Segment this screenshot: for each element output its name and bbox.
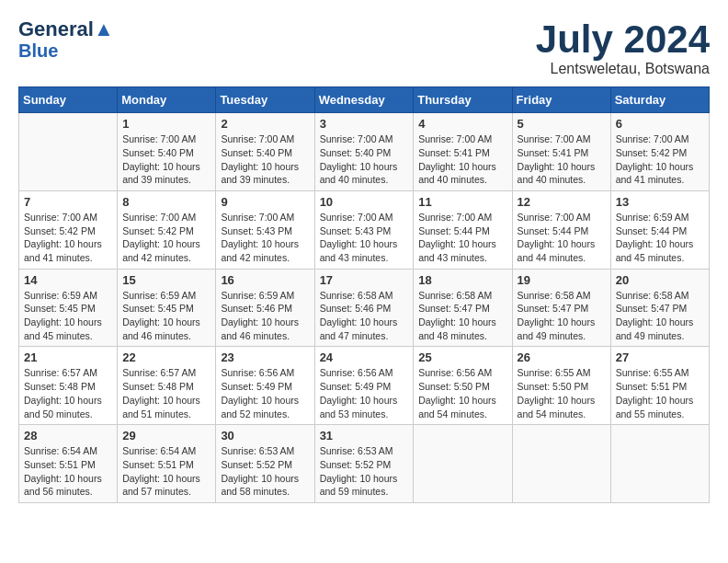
calendar-cell: 6Sunrise: 7:00 AM Sunset: 5:42 PM Daylig… [610,113,709,191]
calendar-cell: 13Sunrise: 6:59 AM Sunset: 5:44 PM Dayli… [610,190,709,269]
day-info: Sunrise: 6:57 AM Sunset: 5:48 PM Dayligh… [24,366,112,420]
day-info: Sunrise: 6:55 AM Sunset: 5:50 PM Dayligh… [518,366,606,420]
day-info: Sunrise: 6:54 AM Sunset: 5:51 PM Dayligh… [122,444,210,499]
calendar-cell: 16Sunrise: 6:59 AM Sunset: 5:46 PM Dayli… [216,269,314,347]
day-info: Sunrise: 7:00 AM Sunset: 5:41 PM Dayligh… [418,132,506,187]
col-header-friday: Friday [512,87,610,113]
logo-blue: Blue [18,40,58,61]
day-info: Sunrise: 6:55 AM Sunset: 5:51 PM Dayligh… [616,366,704,420]
day-info: Sunrise: 7:00 AM Sunset: 5:44 PM Dayligh… [418,211,506,265]
page-header: General▲ Blue July 2024 Lentsweletau, Bo… [18,18,710,77]
title-block: July 2024 Lentsweletau, Botswana [536,18,710,77]
calendar-cell [414,425,512,503]
day-number: 27 [616,350,704,364]
day-number: 14 [24,273,112,287]
day-info: Sunrise: 6:59 AM Sunset: 5:46 PM Dayligh… [221,289,309,343]
day-number: 8 [122,195,210,209]
calendar-cell: 17Sunrise: 6:58 AM Sunset: 5:46 PM Dayli… [314,269,414,347]
week-row-1: 1Sunrise: 7:00 AM Sunset: 5:40 PM Daylig… [19,113,710,191]
week-row-5: 28Sunrise: 6:54 AM Sunset: 5:51 PM Dayli… [19,425,710,503]
day-number: 31 [320,429,409,442]
day-info: Sunrise: 6:53 AM Sunset: 5:52 PM Dayligh… [320,444,409,499]
calendar-cell: 9Sunrise: 7:00 AM Sunset: 5:43 PM Daylig… [216,190,314,269]
day-info: Sunrise: 6:57 AM Sunset: 5:48 PM Dayligh… [122,366,210,420]
calendar-title: July 2024 [536,18,710,61]
day-info: Sunrise: 6:58 AM Sunset: 5:47 PM Dayligh… [616,289,704,343]
calendar-cell: 15Sunrise: 6:59 AM Sunset: 5:45 PM Dayli… [118,269,216,347]
day-info: Sunrise: 7:00 AM Sunset: 5:41 PM Dayligh… [518,132,606,187]
day-info: Sunrise: 7:00 AM Sunset: 5:42 PM Dayligh… [122,211,210,265]
day-number: 26 [518,350,606,364]
calendar-cell: 12Sunrise: 7:00 AM Sunset: 5:44 PM Dayli… [512,190,610,269]
calendar-cell: 11Sunrise: 7:00 AM Sunset: 5:44 PM Dayli… [414,190,512,269]
calendar-cell: 21Sunrise: 6:57 AM Sunset: 5:48 PM Dayli… [19,347,118,425]
day-number: 13 [616,195,704,209]
day-info: Sunrise: 6:56 AM Sunset: 5:49 PM Dayligh… [221,366,309,420]
col-header-thursday: Thursday [414,87,512,113]
day-number: 12 [518,195,606,209]
calendar-cell: 4Sunrise: 7:00 AM Sunset: 5:41 PM Daylig… [414,113,512,191]
day-info: Sunrise: 7:00 AM Sunset: 5:40 PM Dayligh… [320,132,409,187]
day-info: Sunrise: 7:00 AM Sunset: 5:40 PM Dayligh… [122,132,210,187]
day-info: Sunrise: 7:00 AM Sunset: 5:40 PM Dayligh… [221,132,309,187]
day-number: 23 [221,350,309,364]
calendar-cell: 8Sunrise: 7:00 AM Sunset: 5:42 PM Daylig… [118,190,216,269]
day-number: 5 [518,117,606,131]
day-number: 2 [221,117,309,131]
calendar-cell: 7Sunrise: 7:00 AM Sunset: 5:42 PM Daylig… [19,190,118,269]
day-info: Sunrise: 6:59 AM Sunset: 5:45 PM Dayligh… [122,289,210,343]
day-number: 16 [221,273,309,287]
calendar-cell: 31Sunrise: 6:53 AM Sunset: 5:52 PM Dayli… [314,425,414,503]
day-number: 3 [320,117,409,131]
calendar-cell [512,425,610,503]
day-number: 30 [221,429,309,442]
calendar-cell: 22Sunrise: 6:57 AM Sunset: 5:48 PM Dayli… [118,347,216,425]
header-row: SundayMondayTuesdayWednesdayThursdayFrid… [19,87,710,113]
calendar-cell: 27Sunrise: 6:55 AM Sunset: 5:51 PM Dayli… [610,347,709,425]
day-number: 10 [320,195,409,209]
day-number: 6 [616,117,704,131]
calendar-cell: 10Sunrise: 7:00 AM Sunset: 5:43 PM Dayli… [314,190,414,269]
calendar-cell: 2Sunrise: 7:00 AM Sunset: 5:40 PM Daylig… [216,113,314,191]
day-info: Sunrise: 6:56 AM Sunset: 5:50 PM Dayligh… [418,366,506,420]
calendar-cell: 24Sunrise: 6:56 AM Sunset: 5:49 PM Dayli… [314,347,414,425]
logo: General▲ Blue [18,18,114,61]
calendar-cell: 30Sunrise: 6:53 AM Sunset: 5:52 PM Dayli… [216,425,314,503]
day-number: 22 [122,350,210,364]
calendar-cell: 18Sunrise: 6:58 AM Sunset: 5:47 PM Dayli… [414,269,512,347]
calendar-cell: 28Sunrise: 6:54 AM Sunset: 5:51 PM Dayli… [19,425,118,503]
day-number: 4 [418,117,506,131]
day-number: 18 [418,273,506,287]
day-number: 28 [24,429,112,442]
calendar-cell: 1Sunrise: 7:00 AM Sunset: 5:40 PM Daylig… [118,113,216,191]
day-number: 29 [122,429,210,442]
day-info: Sunrise: 6:59 AM Sunset: 5:45 PM Dayligh… [24,289,112,343]
col-header-tuesday: Tuesday [216,87,314,113]
calendar-cell: 23Sunrise: 6:56 AM Sunset: 5:49 PM Dayli… [216,347,314,425]
col-header-monday: Monday [118,87,216,113]
calendar-cell: 14Sunrise: 6:59 AM Sunset: 5:45 PM Dayli… [19,269,118,347]
day-number: 21 [24,350,112,364]
calendar-cell [610,425,709,503]
day-number: 19 [518,273,606,287]
calendar-table: SundayMondayTuesdayWednesdayThursdayFrid… [18,86,710,503]
day-number: 24 [320,350,409,364]
day-info: Sunrise: 6:58 AM Sunset: 5:47 PM Dayligh… [518,289,606,343]
day-info: Sunrise: 7:00 AM Sunset: 5:43 PM Dayligh… [320,211,409,265]
col-header-wednesday: Wednesday [314,87,414,113]
day-info: Sunrise: 6:54 AM Sunset: 5:51 PM Dayligh… [24,444,112,499]
day-number: 20 [616,273,704,287]
calendar-subtitle: Lentsweletau, Botswana [536,61,710,77]
week-row-3: 14Sunrise: 6:59 AM Sunset: 5:45 PM Dayli… [19,269,710,347]
col-header-sunday: Sunday [19,87,118,113]
day-number: 1 [122,117,210,131]
col-header-saturday: Saturday [610,87,709,113]
calendar-cell: 25Sunrise: 6:56 AM Sunset: 5:50 PM Dayli… [414,347,512,425]
day-number: 17 [320,273,409,287]
day-info: Sunrise: 7:00 AM Sunset: 5:44 PM Dayligh… [518,211,606,265]
calendar-cell [19,113,118,191]
day-number: 15 [122,273,210,287]
day-info: Sunrise: 6:59 AM Sunset: 5:44 PM Dayligh… [616,211,704,265]
calendar-cell: 20Sunrise: 6:58 AM Sunset: 5:47 PM Dayli… [610,269,709,347]
calendar-cell: 3Sunrise: 7:00 AM Sunset: 5:40 PM Daylig… [314,113,414,191]
